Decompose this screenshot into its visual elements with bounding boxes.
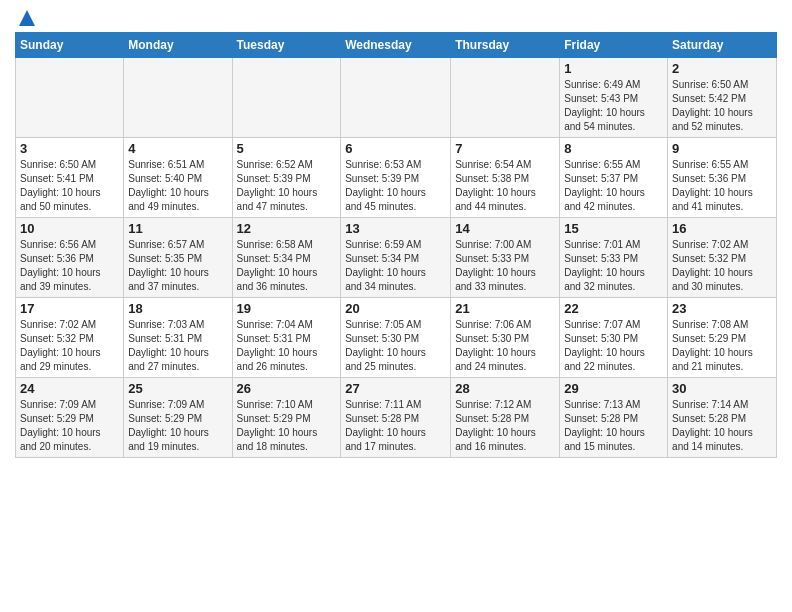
calendar-cell [232, 58, 341, 138]
calendar-cell: 21Sunrise: 7:06 AM Sunset: 5:30 PM Dayli… [451, 298, 560, 378]
calendar-week-row: 17Sunrise: 7:02 AM Sunset: 5:32 PM Dayli… [16, 298, 777, 378]
calendar-cell: 10Sunrise: 6:56 AM Sunset: 5:36 PM Dayli… [16, 218, 124, 298]
cell-info-text: Sunrise: 7:12 AM Sunset: 5:28 PM Dayligh… [455, 398, 555, 454]
cell-day-number: 8 [564, 141, 663, 156]
cell-info-text: Sunrise: 6:49 AM Sunset: 5:43 PM Dayligh… [564, 78, 663, 134]
cell-info-text: Sunrise: 6:50 AM Sunset: 5:42 PM Dayligh… [672, 78, 772, 134]
weekday-header-cell: Thursday [451, 33, 560, 58]
calendar-cell: 29Sunrise: 7:13 AM Sunset: 5:28 PM Dayli… [560, 378, 668, 458]
cell-info-text: Sunrise: 6:54 AM Sunset: 5:38 PM Dayligh… [455, 158, 555, 214]
calendar-cell [341, 58, 451, 138]
cell-info-text: Sunrise: 7:02 AM Sunset: 5:32 PM Dayligh… [672, 238, 772, 294]
cell-day-number: 11 [128, 221, 227, 236]
calendar-cell: 18Sunrise: 7:03 AM Sunset: 5:31 PM Dayli… [124, 298, 232, 378]
calendar-cell: 24Sunrise: 7:09 AM Sunset: 5:29 PM Dayli… [16, 378, 124, 458]
cell-info-text: Sunrise: 7:07 AM Sunset: 5:30 PM Dayligh… [564, 318, 663, 374]
cell-day-number: 27 [345, 381, 446, 396]
calendar-cell: 16Sunrise: 7:02 AM Sunset: 5:32 PM Dayli… [668, 218, 777, 298]
calendar-cell: 20Sunrise: 7:05 AM Sunset: 5:30 PM Dayli… [341, 298, 451, 378]
calendar-cell: 8Sunrise: 6:55 AM Sunset: 5:37 PM Daylig… [560, 138, 668, 218]
calendar-cell: 30Sunrise: 7:14 AM Sunset: 5:28 PM Dayli… [668, 378, 777, 458]
calendar-cell: 23Sunrise: 7:08 AM Sunset: 5:29 PM Dayli… [668, 298, 777, 378]
cell-day-number: 19 [237, 301, 337, 316]
cell-day-number: 1 [564, 61, 663, 76]
cell-day-number: 20 [345, 301, 446, 316]
cell-day-number: 30 [672, 381, 772, 396]
cell-info-text: Sunrise: 6:55 AM Sunset: 5:36 PM Dayligh… [672, 158, 772, 214]
cell-info-text: Sunrise: 6:57 AM Sunset: 5:35 PM Dayligh… [128, 238, 227, 294]
calendar-cell [451, 58, 560, 138]
calendar-cell: 15Sunrise: 7:01 AM Sunset: 5:33 PM Dayli… [560, 218, 668, 298]
calendar-cell: 5Sunrise: 6:52 AM Sunset: 5:39 PM Daylig… [232, 138, 341, 218]
calendar-week-row: 1Sunrise: 6:49 AM Sunset: 5:43 PM Daylig… [16, 58, 777, 138]
calendar-cell: 26Sunrise: 7:10 AM Sunset: 5:29 PM Dayli… [232, 378, 341, 458]
cell-day-number: 28 [455, 381, 555, 396]
logo-area [15, 10, 35, 24]
calendar-cell: 19Sunrise: 7:04 AM Sunset: 5:31 PM Dayli… [232, 298, 341, 378]
cell-info-text: Sunrise: 7:13 AM Sunset: 5:28 PM Dayligh… [564, 398, 663, 454]
cell-day-number: 18 [128, 301, 227, 316]
cell-info-text: Sunrise: 6:58 AM Sunset: 5:34 PM Dayligh… [237, 238, 337, 294]
cell-info-text: Sunrise: 7:01 AM Sunset: 5:33 PM Dayligh… [564, 238, 663, 294]
weekday-header-cell: Saturday [668, 33, 777, 58]
cell-day-number: 4 [128, 141, 227, 156]
calendar-cell: 2Sunrise: 6:50 AM Sunset: 5:42 PM Daylig… [668, 58, 777, 138]
calendar-week-row: 3Sunrise: 6:50 AM Sunset: 5:41 PM Daylig… [16, 138, 777, 218]
cell-info-text: Sunrise: 7:04 AM Sunset: 5:31 PM Dayligh… [237, 318, 337, 374]
calendar-cell [16, 58, 124, 138]
cell-info-text: Sunrise: 7:02 AM Sunset: 5:32 PM Dayligh… [20, 318, 119, 374]
cell-day-number: 5 [237, 141, 337, 156]
calendar-cell: 6Sunrise: 6:53 AM Sunset: 5:39 PM Daylig… [341, 138, 451, 218]
cell-day-number: 17 [20, 301, 119, 316]
cell-info-text: Sunrise: 6:51 AM Sunset: 5:40 PM Dayligh… [128, 158, 227, 214]
cell-info-text: Sunrise: 7:08 AM Sunset: 5:29 PM Dayligh… [672, 318, 772, 374]
cell-info-text: Sunrise: 7:10 AM Sunset: 5:29 PM Dayligh… [237, 398, 337, 454]
weekday-header-cell: Wednesday [341, 33, 451, 58]
calendar-week-row: 10Sunrise: 6:56 AM Sunset: 5:36 PM Dayli… [16, 218, 777, 298]
cell-info-text: Sunrise: 6:52 AM Sunset: 5:39 PM Dayligh… [237, 158, 337, 214]
cell-info-text: Sunrise: 6:55 AM Sunset: 5:37 PM Dayligh… [564, 158, 663, 214]
calendar-cell: 22Sunrise: 7:07 AM Sunset: 5:30 PM Dayli… [560, 298, 668, 378]
cell-info-text: Sunrise: 7:14 AM Sunset: 5:28 PM Dayligh… [672, 398, 772, 454]
weekday-header-cell: Sunday [16, 33, 124, 58]
cell-day-number: 14 [455, 221, 555, 236]
cell-day-number: 9 [672, 141, 772, 156]
weekday-header-cell: Friday [560, 33, 668, 58]
calendar-cell: 11Sunrise: 6:57 AM Sunset: 5:35 PM Dayli… [124, 218, 232, 298]
cell-info-text: Sunrise: 7:05 AM Sunset: 5:30 PM Dayligh… [345, 318, 446, 374]
logo-icon [19, 10, 35, 26]
weekday-header-cell: Tuesday [232, 33, 341, 58]
cell-day-number: 21 [455, 301, 555, 316]
svg-marker-0 [19, 10, 35, 26]
calendar-cell: 14Sunrise: 7:00 AM Sunset: 5:33 PM Dayli… [451, 218, 560, 298]
calendar-table: SundayMondayTuesdayWednesdayThursdayFrid… [15, 32, 777, 458]
cell-day-number: 3 [20, 141, 119, 156]
cell-day-number: 10 [20, 221, 119, 236]
cell-day-number: 12 [237, 221, 337, 236]
calendar-cell: 4Sunrise: 6:51 AM Sunset: 5:40 PM Daylig… [124, 138, 232, 218]
cell-info-text: Sunrise: 7:00 AM Sunset: 5:33 PM Dayligh… [455, 238, 555, 294]
calendar-cell [124, 58, 232, 138]
calendar-cell: 9Sunrise: 6:55 AM Sunset: 5:36 PM Daylig… [668, 138, 777, 218]
calendar-body: 1Sunrise: 6:49 AM Sunset: 5:43 PM Daylig… [16, 58, 777, 458]
calendar-week-row: 24Sunrise: 7:09 AM Sunset: 5:29 PM Dayli… [16, 378, 777, 458]
cell-day-number: 7 [455, 141, 555, 156]
cell-info-text: Sunrise: 7:09 AM Sunset: 5:29 PM Dayligh… [20, 398, 119, 454]
cell-info-text: Sunrise: 6:56 AM Sunset: 5:36 PM Dayligh… [20, 238, 119, 294]
calendar-cell: 3Sunrise: 6:50 AM Sunset: 5:41 PM Daylig… [16, 138, 124, 218]
calendar-cell: 25Sunrise: 7:09 AM Sunset: 5:29 PM Dayli… [124, 378, 232, 458]
calendar-cell: 17Sunrise: 7:02 AM Sunset: 5:32 PM Dayli… [16, 298, 124, 378]
calendar-cell: 13Sunrise: 6:59 AM Sunset: 5:34 PM Dayli… [341, 218, 451, 298]
logo [15, 10, 35, 26]
cell-info-text: Sunrise: 6:50 AM Sunset: 5:41 PM Dayligh… [20, 158, 119, 214]
cell-day-number: 13 [345, 221, 446, 236]
calendar-header-row: SundayMondayTuesdayWednesdayThursdayFrid… [16, 33, 777, 58]
cell-day-number: 29 [564, 381, 663, 396]
cell-day-number: 25 [128, 381, 227, 396]
cell-day-number: 6 [345, 141, 446, 156]
cell-info-text: Sunrise: 6:59 AM Sunset: 5:34 PM Dayligh… [345, 238, 446, 294]
calendar-cell: 7Sunrise: 6:54 AM Sunset: 5:38 PM Daylig… [451, 138, 560, 218]
cell-day-number: 15 [564, 221, 663, 236]
cell-day-number: 26 [237, 381, 337, 396]
cell-info-text: Sunrise: 7:09 AM Sunset: 5:29 PM Dayligh… [128, 398, 227, 454]
